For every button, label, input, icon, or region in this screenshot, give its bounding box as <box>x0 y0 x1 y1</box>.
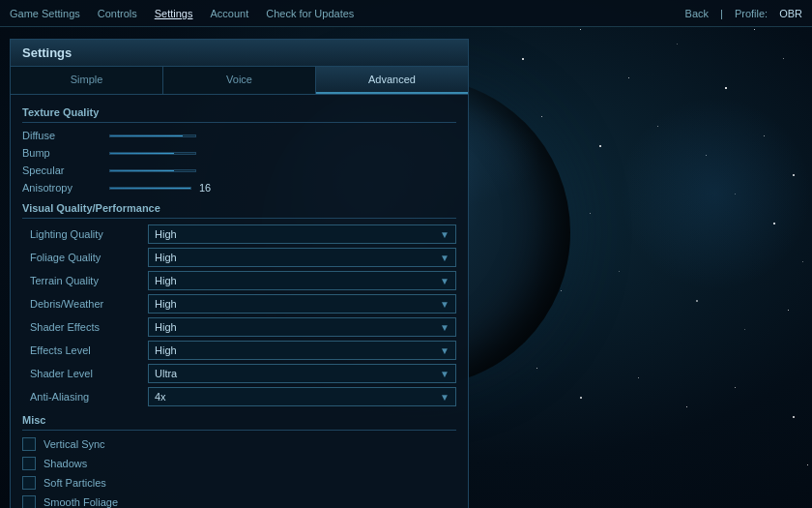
terrain-quality-select[interactable]: High ▼ <box>148 271 456 290</box>
shader-level-select[interactable]: Ultra ▼ <box>148 364 456 383</box>
debris-weather-label: Debris/Weather <box>22 298 148 310</box>
lighting-quality-select[interactable]: High ▼ <box>148 224 456 244</box>
specular-slider[interactable] <box>109 169 196 172</box>
star <box>793 416 795 418</box>
top-bar-right: Back | Profile: OBR <box>685 8 802 19</box>
misc-vertical-sync: Vertical Sync <box>22 434 456 454</box>
nav-controls[interactable]: Controls <box>98 8 137 19</box>
diffuse-slider[interactable] <box>109 134 196 137</box>
soft-particles-checkbox[interactable] <box>22 476 36 490</box>
star <box>754 29 755 30</box>
top-bar: Game Settings Controls Settings Account … <box>0 0 812 27</box>
vq-shader-effects: Shader Effects High ▼ <box>22 315 456 339</box>
vq-lighting: Lighting Quality High ▼ <box>22 223 456 246</box>
vq-shader-level: Shader Level Ultra ▼ <box>22 362 456 385</box>
star <box>788 310 789 311</box>
star <box>725 87 727 89</box>
diffuse-label: Diffuse <box>22 130 100 141</box>
star <box>599 145 601 147</box>
nav-account[interactable]: Account <box>210 8 248 19</box>
anisotropy-label: Anisotropy <box>22 182 100 194</box>
star <box>580 397 582 399</box>
effects-level-value: High <box>155 344 177 356</box>
debris-weather-select[interactable]: High ▼ <box>148 294 456 314</box>
glow-effect <box>619 97 812 290</box>
shadows-label: Shadows <box>44 458 87 469</box>
tabs-container: Simple Voice Advanced <box>11 67 468 95</box>
foliage-dropdown-arrow: ▼ <box>440 253 450 263</box>
anisotropy-slider[interactable] <box>109 187 191 190</box>
star <box>807 464 808 465</box>
lighting-quality-label: Lighting Quality <box>22 228 148 240</box>
debris-dropdown-arrow: ▼ <box>440 299 450 310</box>
vertical-sync-checkbox[interactable] <box>22 437 36 451</box>
panel-title: Settings <box>11 40 468 67</box>
vq-terrain: Terrain Quality High ▼ <box>22 269 456 292</box>
shadows-checkbox[interactable] <box>22 457 36 470</box>
shader-effects-label: Shader Effects <box>22 321 148 333</box>
profile-name: OBR <box>779 8 802 19</box>
texture-row-specular: Specular <box>22 162 456 179</box>
profile-prefix: Profile: <box>735 8 768 19</box>
vertical-sync-label: Vertical Sync <box>44 438 105 450</box>
tab-simple[interactable]: Simple <box>11 67 163 94</box>
misc-shadows: Shadows <box>22 454 456 473</box>
effects-level-arrow: ▼ <box>440 345 450 356</box>
shader-effects-arrow: ▼ <box>440 322 450 333</box>
shader-level-arrow: ▼ <box>440 369 450 379</box>
anti-aliasing-select[interactable]: 4x ▼ <box>148 387 456 406</box>
tab-advanced[interactable]: Advanced <box>316 67 468 94</box>
misc-smooth-foliage: Smooth Foliage <box>22 493 456 508</box>
foliage-quality-select[interactable]: High ▼ <box>148 248 456 267</box>
back-button[interactable]: Back <box>685 8 709 19</box>
nav-game-settings[interactable]: Game Settings <box>10 8 80 19</box>
texture-row-bump: Bump <box>22 144 456 162</box>
shader-effects-select[interactable]: High ▼ <box>148 317 456 337</box>
shader-level-label: Shader Level <box>22 368 148 379</box>
star <box>677 44 678 45</box>
profile-separator: | <box>720 8 723 19</box>
star <box>580 29 581 30</box>
shader-level-value: Ultra <box>155 368 177 379</box>
star <box>744 329 745 330</box>
effects-level-select[interactable]: High ▼ <box>148 341 456 360</box>
misc-soft-particles: Soft Particles <box>22 473 456 493</box>
smooth-foliage-label: Smooth Foliage <box>44 496 118 508</box>
bump-slider[interactable] <box>109 152 196 155</box>
smooth-foliage-checkbox[interactable] <box>22 495 36 508</box>
misc-header: Misc <box>22 408 456 431</box>
terrain-quality-label: Terrain Quality <box>22 275 148 286</box>
lighting-dropdown-arrow: ▼ <box>440 229 450 240</box>
star <box>696 300 698 302</box>
star <box>541 116 542 117</box>
star <box>638 377 639 378</box>
tab-voice[interactable]: Voice <box>163 67 316 94</box>
star <box>628 77 629 78</box>
panel-content: Texture Quality Diffuse Bump Specular An… <box>11 95 468 508</box>
anti-aliasing-value: 4x <box>155 391 166 403</box>
vq-debris: Debris/Weather High ▼ <box>22 292 456 315</box>
lighting-quality-value: High <box>155 228 177 240</box>
nav-check-updates[interactable]: Check for Updates <box>266 8 354 19</box>
anti-aliasing-label: Anti-Aliasing <box>22 391 148 403</box>
vq-effects-level: Effects Level High ▼ <box>22 339 456 362</box>
vq-foliage: Foliage Quality High ▼ <box>22 246 456 269</box>
star <box>522 58 524 60</box>
specular-label: Specular <box>22 164 100 176</box>
foliage-quality-label: Foliage Quality <box>22 252 148 263</box>
star <box>735 387 736 388</box>
terrain-dropdown-arrow: ▼ <box>440 276 450 286</box>
nav-bar: Game Settings Controls Settings Account … <box>10 8 354 19</box>
texture-quality-header: Texture Quality <box>22 101 456 123</box>
nav-settings[interactable]: Settings <box>155 8 193 19</box>
texture-row-diffuse: Diffuse <box>22 127 456 144</box>
settings-panel: Settings Simple Voice Advanced Texture Q… <box>10 39 469 508</box>
terrain-quality-value: High <box>155 275 177 286</box>
star <box>590 213 591 214</box>
debris-weather-value: High <box>155 298 177 310</box>
soft-particles-label: Soft Particles <box>44 477 106 489</box>
shader-effects-value: High <box>155 321 177 333</box>
star <box>686 406 687 407</box>
star <box>536 368 537 369</box>
vq-anti-aliasing: Anti-Aliasing 4x ▼ <box>22 385 456 408</box>
